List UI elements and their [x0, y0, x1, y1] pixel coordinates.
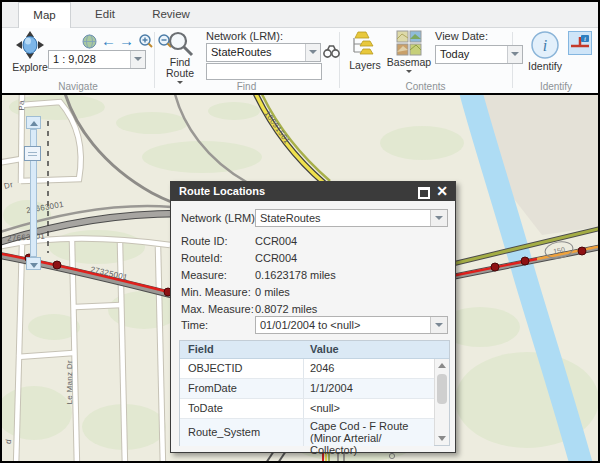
arrow-left-icon: ← — [101, 32, 116, 49]
layers-label: Layers — [346, 60, 384, 71]
group-label-navigate: Navigate — [2, 81, 154, 92]
ribbon: Map Edit Review Explore — [2, 2, 598, 93]
table-header: Field Value — [180, 341, 449, 359]
street-label: Pa — [17, 100, 26, 110]
zoom-slider-thumb[interactable] — [24, 146, 41, 161]
measure-label: Measure: — [181, 269, 227, 281]
scroll-down-icon[interactable] — [438, 436, 446, 441]
maximize-button[interactable] — [417, 185, 431, 198]
svg-text:i: i — [543, 37, 547, 54]
min-measure-value: 0 miles — [255, 286, 290, 298]
route-id-value: CCR004 — [255, 235, 297, 247]
layers-icon — [351, 30, 379, 60]
find-route-label-2: Route — [160, 68, 200, 79]
tab-review[interactable]: Review — [141, 2, 201, 27]
table-row[interactable]: Route_System Cape Cod - F Route (Minor A… — [180, 419, 434, 446]
arrow-right-icon: → — [119, 32, 134, 49]
group-separator — [154, 32, 155, 88]
explore-button[interactable]: Explore — [8, 30, 52, 73]
close-icon: ✕ — [436, 183, 448, 199]
basemap-label: Basemap — [386, 57, 432, 68]
slider-zoom-out-button[interactable] — [26, 257, 41, 270]
application-window: Map Edit Review Explore — [0, 0, 600, 463]
view-date-label: View Date: — [435, 30, 488, 42]
time-combobox[interactable]: 01/01/2004 to <null> — [255, 316, 448, 334]
routeid-value: CCR004 — [255, 252, 297, 264]
time-value: 01/01/2004 to <null> — [260, 317, 360, 333]
cell-value: Cape Cod - F Route (Minor Arterial/ Coll… — [310, 420, 428, 456]
find-route-icon — [167, 30, 194, 57]
dialog-title: Route Locations — [171, 185, 265, 197]
max-measure-label: Max. Measure: — [181, 303, 254, 315]
chevron-down-icon[interactable] — [430, 210, 447, 226]
max-measure-value: 0.8072 miles — [255, 303, 317, 315]
chevron-down-icon[interactable] — [130, 51, 145, 68]
close-button[interactable]: ✕ — [435, 185, 449, 198]
table-row[interactable]: OBJECTID 2046 — [180, 359, 434, 379]
table-row[interactable]: ToDate <null> — [180, 399, 434, 419]
network-lrm-value: StateRoutes — [211, 44, 272, 60]
cell-field: FromDate — [188, 382, 237, 394]
column-divider — [303, 419, 304, 446]
next-extent-button[interactable]: → — [119, 32, 134, 49]
map-scale-value: 1 : 9,028 — [53, 51, 96, 67]
triangle-down-icon — [30, 263, 38, 268]
basemap-button[interactable]: Basemap — [386, 30, 432, 76]
scrollbar-thumb[interactable] — [437, 374, 447, 404]
group-label-find: Find — [154, 81, 339, 92]
column-header-value: Value — [310, 341, 339, 358]
dialog-network-label: Network (LRM): — [181, 212, 258, 224]
dialog-network-combobox[interactable]: StateRoutes — [255, 209, 448, 227]
ribbon-body: Explore ← → — [2, 28, 598, 93]
chevron-down-icon[interactable] — [305, 44, 320, 61]
column-divider — [303, 379, 304, 398]
network-lrm-combobox[interactable]: StateRoutes — [206, 43, 321, 62]
slider-zoom-in-button[interactable] — [26, 116, 41, 129]
view-date-value: Today — [440, 46, 469, 62]
measure-value: 0.1623178 miles — [255, 269, 336, 281]
locate-button[interactable] — [323, 43, 340, 63]
layers-button[interactable]: Layers — [346, 30, 384, 71]
attributes-table: Field Value OBJECTID 2046 FromDate 1/1/2… — [179, 340, 450, 446]
explore-icon — [13, 30, 47, 62]
group-label-identify: Identify — [512, 81, 600, 92]
column-header-field: Field — [188, 341, 214, 358]
cell-field: Route_System — [188, 426, 260, 438]
tab-map[interactable]: Map — [18, 2, 71, 29]
street-label: Le Manz Dr — [65, 347, 74, 405]
table-scrollbar[interactable] — [434, 359, 449, 445]
cell-value: <null> — [310, 402, 428, 414]
globe-icon — [82, 34, 97, 49]
table-row[interactable]: FromDate 1/1/2004 — [180, 379, 434, 399]
route-locations-dialog: Route Locations ✕ Network (LRM): StateRo… — [170, 181, 456, 453]
identify-icon: i — [529, 29, 561, 61]
route-id-label: Route ID: — [181, 235, 227, 247]
cell-field: ToDate — [188, 402, 223, 414]
identify-route-locations-icon: i — [569, 32, 591, 54]
identify-button[interactable]: i Identify — [524, 29, 566, 72]
cell-field: OBJECTID — [188, 362, 242, 374]
cell-value: 2046 — [310, 362, 428, 374]
chevron-down-icon — [406, 70, 412, 76]
previous-extent-button[interactable]: ← — [101, 32, 116, 49]
basemap-icon — [396, 30, 422, 57]
group-label-contents: Contents — [339, 81, 512, 92]
scroll-up-icon[interactable] — [438, 363, 446, 368]
network-lrm-label: Network (LRM): — [206, 30, 283, 42]
cell-value: 1/1/2004 — [310, 382, 428, 394]
column-divider — [303, 359, 304, 378]
chevron-down-icon[interactable] — [430, 317, 447, 333]
dialog-network-value: StateRoutes — [260, 210, 321, 226]
route-value-field[interactable] — [206, 63, 322, 80]
tab-edit[interactable]: Edit — [81, 2, 129, 27]
min-measure-label: Min. Measure: — [181, 286, 251, 298]
map-scale-combobox[interactable]: 1 : 9,028 — [48, 50, 146, 69]
view-date-combobox[interactable]: Today — [435, 45, 523, 64]
time-label: Time: — [181, 319, 208, 331]
find-route-button[interactable]: Find Route — [160, 30, 200, 87]
dialog-titlebar[interactable]: Route Locations ✕ — [171, 182, 455, 201]
explore-label: Explore — [8, 62, 52, 73]
chevron-down-icon[interactable] — [507, 46, 522, 63]
identify-route-locations-tool[interactable]: i — [568, 31, 592, 55]
routeid-label: RouteId: — [181, 252, 223, 264]
